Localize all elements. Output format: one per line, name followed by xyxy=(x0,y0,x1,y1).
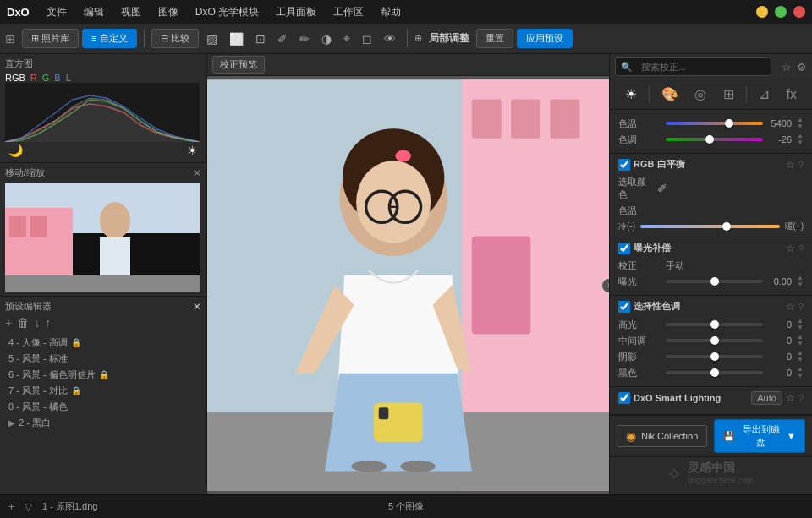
wb-eyedropper-icon[interactable]: ✐ xyxy=(657,182,667,195)
midtone-arrows[interactable]: ▲ ▼ xyxy=(797,334,804,347)
star-icon[interactable]: ☆ xyxy=(782,61,792,74)
minimize-button[interactable] xyxy=(756,6,768,18)
compare-button[interactable]: ⊟ 比较 xyxy=(151,29,199,48)
tab-geometry[interactable]: ⊿ xyxy=(754,85,775,104)
highlight-slider[interactable] xyxy=(666,323,763,326)
preset-folder-bw[interactable]: ▶ 2 - 黑白 xyxy=(5,415,201,431)
crop-icon[interactable]: ⊡ xyxy=(251,30,270,47)
close-button[interactable] xyxy=(793,6,805,18)
selective-tone-star-icon[interactable]: ☆ xyxy=(786,301,795,313)
color-tone-thumb[interactable] xyxy=(705,135,714,144)
sun-icon[interactable]: ☀ xyxy=(187,144,198,157)
exposure-thumb[interactable] xyxy=(710,277,719,286)
color-tone-arrows[interactable]: ▲ ▼ xyxy=(797,133,804,146)
maximize-button[interactable] xyxy=(775,6,787,18)
smart-lighting-checkbox[interactable] xyxy=(618,392,630,404)
tab-detail[interactable]: ⊞ xyxy=(718,85,739,104)
highlight-thumb[interactable] xyxy=(710,320,719,329)
wb-checkbox[interactable] xyxy=(618,159,630,171)
preset-item-5[interactable]: 5 - 风景 - 标准 xyxy=(5,351,201,367)
photolibrary-tab[interactable]: ⊞ 照片库 xyxy=(22,29,79,48)
color-temp-thumb[interactable] xyxy=(725,119,733,128)
tab-color[interactable]: 🎨 xyxy=(656,85,683,104)
selective-tone-help-icon[interactable]: ? xyxy=(798,302,804,312)
exposure-help-icon[interactable]: ? xyxy=(798,243,804,254)
gradient-icon[interactable]: ◑ xyxy=(317,30,336,47)
smart-lighting-star-icon[interactable]: ☆ xyxy=(786,392,795,404)
movezoom-thumb[interactable] xyxy=(5,183,200,292)
smart-lighting-value[interactable]: Auto xyxy=(751,391,782,405)
nik-collection-button[interactable]: ◉ Nik Collection xyxy=(617,425,707,447)
wb-star-icon[interactable]: ☆ xyxy=(786,159,795,171)
search-input[interactable] xyxy=(636,60,765,74)
highlight-arrows[interactable]: ▲ ▼ xyxy=(797,318,804,331)
selective-tone-checkbox[interactable] xyxy=(618,301,630,313)
midtone-thumb[interactable] xyxy=(710,336,719,345)
tab-light[interactable]: ☀ xyxy=(620,85,642,104)
movezoom-close[interactable]: ✕ xyxy=(193,167,201,179)
menu-file[interactable]: 文件 xyxy=(43,5,70,19)
smart-lighting-help-icon[interactable]: ? xyxy=(798,393,804,403)
correction-preview-button[interactable]: 校正预览 xyxy=(212,56,265,74)
tab-tone[interactable]: ◎ xyxy=(689,85,711,104)
menu-workspace[interactable]: 工作区 xyxy=(330,5,367,19)
bottom-filter-icon[interactable]: ▽ xyxy=(21,499,36,515)
exposure-slider[interactable] xyxy=(666,280,763,283)
menu-image[interactable]: 图像 xyxy=(155,5,182,19)
view-icon[interactable]: 👁 xyxy=(380,30,400,47)
paint-icon[interactable]: ✏ xyxy=(295,30,314,47)
wb-gradient-thumb[interactable] xyxy=(722,222,731,231)
settings-icon[interactable]: ⚙ xyxy=(797,61,807,74)
export-button[interactable]: 💾 导出到磁盘 ▼ xyxy=(714,419,805,453)
wb-gradient-bar[interactable] xyxy=(640,225,780,228)
channel-r[interactable]: R xyxy=(30,73,37,83)
channel-b[interactable]: B xyxy=(54,73,60,83)
channel-rgb[interactable]: RGB xyxy=(5,73,25,83)
menu-view[interactable]: 视图 xyxy=(118,5,145,19)
preset-item-4[interactable]: 4 - 人像 - 高调 🔒 xyxy=(5,335,201,351)
tab-fx[interactable]: fx xyxy=(782,85,802,104)
reset-button[interactable]: 重置 xyxy=(476,29,513,48)
menu-edit[interactable]: 编辑 xyxy=(80,5,107,19)
apply-preset-button[interactable]: 应用预设 xyxy=(517,29,573,48)
black-arrows[interactable]: ▲ ▼ xyxy=(797,366,804,379)
preset-item-6[interactable]: 6 - 风景 - 偏色明信片 🔒 xyxy=(5,367,201,383)
preset-item-8[interactable]: 8 - 风景 - 橘色 xyxy=(5,399,201,415)
exposure-arrows[interactable]: ▲ ▼ xyxy=(797,275,804,288)
channel-l[interactable]: L xyxy=(66,73,71,83)
exposure-star-icon[interactable]: ☆ xyxy=(786,243,795,254)
shadow-thumb[interactable] xyxy=(710,352,719,361)
black-thumb[interactable] xyxy=(710,368,719,377)
shadow-row: 阴影 0 ▲ ▼ xyxy=(618,350,804,363)
color-temp-slider[interactable] xyxy=(666,122,763,125)
bottom-add-icon[interactable]: + xyxy=(5,499,18,515)
preset-editor-close[interactable]: ✕ xyxy=(193,301,201,313)
color-tone-slider[interactable] xyxy=(666,138,763,141)
preset-delete-icon[interactable]: 🗑 xyxy=(17,316,29,330)
preset-add-icon[interactable]: + xyxy=(5,316,12,330)
erase-icon[interactable]: ◻ xyxy=(358,30,376,47)
color-temp-arrows[interactable]: ▲ ▼ xyxy=(797,117,804,130)
menu-help[interactable]: 帮助 xyxy=(377,5,404,19)
midtone-slider[interactable] xyxy=(666,339,763,342)
brush-icon[interactable]: ⌖ xyxy=(339,30,354,47)
menu-tools[interactable]: 工具面板 xyxy=(272,5,320,19)
moon-icon[interactable]: 🌙 xyxy=(8,144,23,157)
shadow-slider[interactable] xyxy=(666,355,763,358)
customize-tab[interactable]: ≡ 自定义 xyxy=(82,29,136,48)
preset-export-icon[interactable]: ↑ xyxy=(45,316,51,330)
exposure-checkbox[interactable] xyxy=(618,243,630,254)
main-area: 直方图 RGB R G B L xyxy=(0,54,812,494)
black-slider[interactable] xyxy=(666,371,763,374)
local-adj-icon: ⊕ xyxy=(414,33,422,44)
split-view-icon[interactable]: ▨ xyxy=(202,30,222,47)
menu-dxo-optics[interactable]: DxO 光学模块 xyxy=(192,5,262,19)
preset-item-7[interactable]: 7 - 风景 - 对比 🔒 xyxy=(5,383,201,399)
preset-import-icon[interactable]: ↓ xyxy=(34,316,40,330)
eyedropper-icon[interactable]: ✐ xyxy=(273,30,292,47)
shadow-arrows[interactable]: ▲ ▼ xyxy=(797,350,804,363)
color-temp-section: 色温 5400 ▲ ▼ 色调 -26 ▲ ▼ xyxy=(610,110,812,154)
channel-g[interactable]: G xyxy=(42,73,50,83)
fullscreen-icon[interactable]: ⬜ xyxy=(225,30,248,47)
wb-help-icon[interactable]: ? xyxy=(798,160,804,170)
